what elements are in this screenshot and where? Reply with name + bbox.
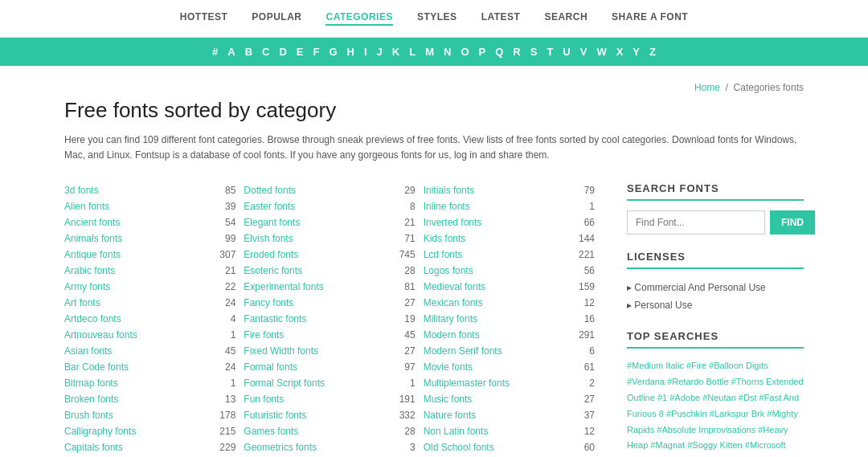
alpha-p[interactable]: P: [479, 46, 486, 58]
font-link[interactable]: Formal fonts: [244, 361, 297, 373]
font-link[interactable]: Futuristic fonts: [244, 410, 306, 421]
tag-item[interactable]: #Larkspur Brk: [710, 409, 768, 418]
font-link[interactable]: Modern fonts: [424, 329, 480, 341]
tag-item[interactable]: #Soggy Kitten: [687, 440, 745, 450]
nav-categories[interactable]: CATEGORIES: [326, 11, 392, 26]
find-button[interactable]: FIND: [770, 210, 815, 235]
tag-item[interactable]: #Adobe: [669, 393, 702, 402]
font-link[interactable]: Animals fonts: [64, 233, 122, 244]
font-link[interactable]: Esoteric fonts: [244, 265, 302, 276]
alpha-r[interactable]: R: [513, 46, 520, 58]
alpha-s[interactable]: S: [530, 46, 538, 58]
alpha-a[interactable]: A: [227, 46, 235, 58]
tag-item[interactable]: #Puschkin: [666, 409, 710, 418]
alpha-t[interactable]: T: [547, 46, 553, 58]
font-link[interactable]: Multiplemaster fonts: [424, 377, 510, 389]
font-link[interactable]: Art fonts: [64, 297, 100, 308]
font-link[interactable]: Nature fonts: [424, 410, 476, 421]
alpha-m[interactable]: M: [425, 46, 434, 58]
alpha-q[interactable]: Q: [495, 46, 503, 58]
font-link[interactable]: Fantastic fonts: [244, 313, 306, 324]
font-link[interactable]: Arabic fonts: [64, 265, 115, 276]
tag-item[interactable]: #Medium Italic: [627, 361, 686, 370]
tag-item[interactable]: #Verdana: [627, 377, 667, 386]
font-link[interactable]: Dotted fonts: [244, 185, 296, 196]
font-link[interactable]: Broken fonts: [64, 394, 118, 405]
tag-item[interactable]: #Dst: [739, 393, 760, 402]
font-link[interactable]: Medieval fonts: [424, 281, 485, 292]
tag-item[interactable]: #Magnat: [650, 440, 687, 450]
alpha-w[interactable]: W: [596, 46, 606, 58]
nav-share[interactable]: SHARE A FONT: [612, 11, 688, 26]
tag-item[interactable]: Bottle: [706, 377, 731, 386]
alpha-n[interactable]: N: [444, 46, 451, 58]
font-link[interactable]: Geometrics fonts: [244, 442, 317, 453]
nav-latest[interactable]: LATEST: [481, 11, 521, 26]
alpha-hash[interactable]: #: [212, 46, 218, 58]
alpha-l[interactable]: L: [409, 46, 416, 58]
font-link[interactable]: Alien fonts: [64, 201, 109, 212]
tag-item[interactable]: #Balloon Digits: [709, 361, 768, 370]
alpha-i[interactable]: I: [364, 46, 367, 58]
alpha-c[interactable]: C: [262, 46, 269, 58]
font-link[interactable]: Elegant fonts: [244, 217, 300, 228]
search-input[interactable]: [627, 210, 765, 235]
alpha-e[interactable]: E: [297, 46, 304, 58]
tag-item[interactable]: #Fire: [686, 361, 709, 370]
font-link[interactable]: Eroded fonts: [244, 249, 298, 260]
nav-styles[interactable]: STYLES: [417, 11, 457, 26]
font-link[interactable]: Initials fonts: [424, 185, 474, 196]
font-link[interactable]: Artdeco fonts: [64, 313, 121, 324]
font-link[interactable]: Movie fonts: [424, 361, 473, 373]
nav-popular[interactable]: POPULAR: [252, 11, 301, 26]
font-link[interactable]: Ancient fonts: [64, 217, 120, 228]
font-link[interactable]: Mexican fonts: [424, 297, 483, 308]
font-link[interactable]: Fancy fonts: [244, 297, 293, 308]
font-link[interactable]: Experimental fonts: [244, 281, 323, 292]
alpha-d[interactable]: D: [279, 46, 286, 58]
alpha-b[interactable]: B: [245, 46, 252, 58]
font-link[interactable]: Capitals fonts: [64, 442, 123, 453]
nav-search[interactable]: SEARCH: [544, 11, 588, 26]
font-link[interactable]: Games fonts: [244, 426, 298, 437]
font-link[interactable]: Elvish fonts: [244, 233, 293, 244]
font-link[interactable]: Fire fonts: [244, 329, 284, 341]
font-link[interactable]: 3d fonts: [64, 185, 99, 196]
font-link[interactable]: Bar Code fonts: [64, 361, 129, 373]
alpha-v[interactable]: V: [580, 46, 588, 58]
alpha-o[interactable]: O: [461, 46, 469, 58]
font-link[interactable]: Artnouveau fonts: [64, 329, 137, 341]
font-link[interactable]: Kids fonts: [424, 233, 466, 244]
font-link[interactable]: Military fonts: [424, 313, 477, 324]
font-link[interactable]: Modern Serif fonts: [424, 345, 502, 357]
alpha-x[interactable]: X: [616, 46, 624, 58]
font-link[interactable]: Fixed Width fonts: [244, 345, 318, 357]
alpha-k[interactable]: K: [392, 46, 399, 58]
font-link[interactable]: Lcd fonts: [424, 249, 463, 260]
license-commercial[interactable]: Commercial And Personal Use: [627, 279, 804, 296]
font-link[interactable]: Old School fonts: [424, 442, 494, 453]
font-link[interactable]: Brush fonts: [64, 410, 113, 421]
alpha-z[interactable]: Z: [649, 46, 656, 58]
alpha-u[interactable]: U: [563, 46, 570, 58]
nav-hottest[interactable]: HOTTEST: [180, 11, 228, 26]
font-link[interactable]: Music fonts: [424, 394, 473, 405]
alpha-y[interactable]: Y: [633, 46, 640, 58]
font-link[interactable]: Calligraphy fonts: [64, 426, 136, 437]
license-personal[interactable]: Personal Use: [627, 296, 804, 314]
font-link[interactable]: Asian fonts: [64, 345, 112, 357]
tag-item[interactable]: #Absolute Improvisations: [657, 425, 758, 435]
font-link[interactable]: Formal Script fonts: [244, 377, 325, 389]
alpha-h[interactable]: H: [347, 46, 354, 58]
font-link[interactable]: Inline fonts: [424, 201, 470, 212]
font-link[interactable]: Logos fonts: [424, 265, 473, 276]
font-link[interactable]: Non Latin fonts: [424, 426, 489, 437]
alpha-f[interactable]: F: [313, 46, 319, 58]
font-link[interactable]: Antique fonts: [64, 249, 121, 260]
font-link[interactable]: Bitmap fonts: [64, 377, 118, 389]
font-link[interactable]: Fun fonts: [244, 394, 284, 405]
font-link[interactable]: Inverted fonts: [424, 217, 482, 228]
font-link[interactable]: Army fonts: [64, 281, 110, 292]
alpha-g[interactable]: G: [329, 46, 337, 58]
tag-item[interactable]: #Retardo: [667, 377, 706, 386]
